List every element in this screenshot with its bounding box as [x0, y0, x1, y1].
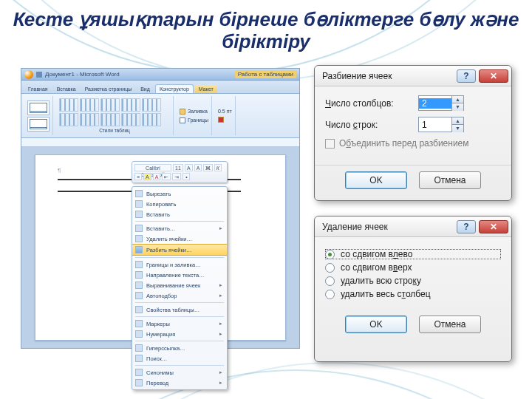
- autofit-icon: [135, 292, 143, 299]
- spin-down-icon[interactable]: ▼: [452, 125, 463, 132]
- radio-icon[interactable]: [325, 263, 335, 273]
- dialog-titlebar[interactable]: Удаление ячеек ? ✕: [315, 216, 511, 237]
- radio-delete-column[interactable]: удалить весь столбец: [325, 289, 501, 299]
- spin-up-icon[interactable]: ▲: [452, 96, 463, 103]
- close-button[interactable]: ✕: [479, 69, 508, 83]
- page[interactable]: ¶ Calibri (Основной) 11 A A Ж К ≡ A A ⇤ …: [35, 154, 286, 341]
- word-window: Документ1 - Microsoft Word Работа с табл…: [21, 68, 300, 349]
- pen-width[interactable]: 0.5 пт: [218, 108, 232, 115]
- mini-fontcolor-icon[interactable]: A: [153, 173, 161, 180]
- mini-align-icon[interactable]: ≡: [134, 173, 142, 180]
- cancel-button[interactable]: Отмена: [419, 171, 481, 189]
- ribbon-group-shading-borders: Заливка Границы: [177, 96, 212, 135]
- office-orb-icon[interactable]: [24, 70, 33, 79]
- menu-copy[interactable]: Копировать: [132, 199, 227, 209]
- tab-layout[interactable]: Макет: [195, 85, 217, 93]
- field-num-rows: Число строк: 1 ▲▼: [325, 117, 501, 132]
- mini-shrink-icon[interactable]: A: [194, 164, 202, 171]
- menu-borders-shading[interactable]: Границы и заливка…: [132, 259, 227, 270]
- radio-shift-up[interactable]: со сдвигом вверх: [325, 262, 501, 273]
- menu-synonyms[interactable]: Синонимы▸: [132, 367, 227, 378]
- scissors-icon: [135, 190, 143, 197]
- menu-text-direction[interactable]: Направление текста…: [132, 270, 227, 280]
- properties-icon: [135, 306, 143, 313]
- borders-icon: [135, 261, 143, 268]
- mini-font-size[interactable]: 11: [173, 164, 183, 171]
- spin-up-icon[interactable]: ▲: [452, 117, 463, 125]
- ok-button[interactable]: OK: [345, 171, 407, 189]
- menu-hyperlink[interactable]: Гиперссылка…: [132, 343, 227, 353]
- menu-autofit[interactable]: Автоподбор▸: [132, 290, 227, 301]
- search-icon: [135, 355, 143, 362]
- radio-label: удалить весь столбец: [341, 289, 431, 299]
- tab-home[interactable]: Главная: [24, 85, 52, 93]
- menu-bullets[interactable]: Маркеры▸: [132, 318, 227, 329]
- dialog-titlebar[interactable]: Разбиение ячеек ? ✕: [315, 66, 511, 86]
- radio-delete-row[interactable]: удалить всю строку: [325, 276, 501, 286]
- quick-access-toolbar[interactable]: [36, 72, 42, 78]
- tab-insert[interactable]: Вставка: [53, 85, 80, 93]
- delete-cells-icon: [135, 235, 143, 242]
- close-button[interactable]: ✕: [479, 220, 508, 233]
- num-rows-value[interactable]: 1: [419, 120, 451, 130]
- ribbon-group-table-styles: Стили таблиц: [56, 96, 174, 135]
- split-cells-icon: [135, 246, 143, 253]
- mini-bullets-icon[interactable]: •: [183, 173, 190, 180]
- radio-icon[interactable]: [325, 276, 335, 286]
- help-button[interactable]: ?: [457, 69, 476, 83]
- mini-bold-icon[interactable]: Ж: [203, 164, 212, 171]
- dialog-title: Разбиение ячеек: [322, 71, 454, 81]
- radio-icon[interactable]: [325, 290, 335, 299]
- align-icon: [135, 282, 143, 289]
- menu-lookup[interactable]: Поиск…: [132, 353, 227, 364]
- horizontal-ruler[interactable]: [21, 138, 299, 147]
- mini-italic-icon[interactable]: К: [214, 164, 222, 171]
- context-menu: Вырезать Копировать Вставить Вставить…▸ …: [132, 186, 228, 390]
- tab-page-layout[interactable]: Разметка страницы: [81, 85, 136, 93]
- num-columns-spinner[interactable]: 2 ▲▼: [418, 95, 464, 111]
- menu-cut[interactable]: Вырезать: [132, 188, 227, 199]
- mini-toolbar: Calibri (Основной) 11 A A Ж К ≡ A A ⇤ ⇥ …: [132, 161, 228, 183]
- ribbon: Стили таблиц Заливка Границы 0.5 пт: [21, 94, 299, 138]
- merge-before-split[interactable]: Объединить перед разбиением: [325, 138, 501, 149]
- translate-icon: [135, 379, 143, 386]
- radio-label: удалить всю строку: [341, 276, 421, 286]
- menu-delete-cells[interactable]: Удалить ячейки…: [132, 233, 227, 244]
- hyperlink-icon: [135, 344, 143, 352]
- num-rows-spinner[interactable]: 1 ▲▼: [418, 117, 464, 132]
- spin-down-icon[interactable]: ▼: [452, 103, 463, 111]
- menu-translate[interactable]: Перевод▸: [132, 378, 227, 388]
- ok-button[interactable]: OK: [345, 316, 407, 333]
- ribbon-group-table-style-options: [24, 96, 53, 135]
- table-style-option[interactable]: [27, 100, 50, 115]
- mini-indent-inc-icon[interactable]: ⇥: [172, 173, 181, 180]
- mini-grow-icon[interactable]: A: [185, 164, 193, 171]
- mini-indent-dec-icon[interactable]: ⇤: [162, 173, 171, 180]
- borders-button[interactable]: Границы: [180, 117, 208, 124]
- radio-icon[interactable]: [325, 250, 335, 259]
- table-styles-gallery[interactable]: [59, 98, 170, 126]
- menu-paste[interactable]: Вставить: [132, 209, 227, 219]
- synonyms-icon: [135, 369, 143, 376]
- num-columns-label: Число столбцов:: [325, 98, 412, 109]
- mini-font-name[interactable]: Calibri (Основной): [134, 164, 171, 171]
- table-style-option[interactable]: [27, 117, 50, 132]
- slide-title: Кесте ұяшықтарын бірнеше бөліктерге бөлу…: [0, 9, 532, 53]
- numbering-icon: [135, 330, 143, 338]
- radio-shift-left[interactable]: со сдвигом влево: [325, 249, 501, 259]
- help-button[interactable]: ?: [457, 220, 476, 233]
- tab-view[interactable]: Вид: [137, 85, 154, 93]
- pen-color[interactable]: [218, 116, 232, 123]
- checkbox-icon[interactable]: [325, 139, 335, 149]
- tab-design[interactable]: Конструктор: [155, 84, 194, 93]
- menu-cell-alignment[interactable]: Выравнивание ячеек▸: [132, 280, 227, 290]
- menu-insert[interactable]: Вставить…▸: [132, 223, 227, 233]
- menu-numbering[interactable]: Нумерация▸: [132, 329, 227, 339]
- num-columns-value[interactable]: 2: [419, 98, 451, 109]
- shading-button[interactable]: Заливка: [180, 108, 208, 115]
- menu-split-cells[interactable]: Разбить ячейки…: [132, 244, 227, 256]
- cancel-button[interactable]: Отмена: [419, 316, 481, 333]
- menu-table-properties[interactable]: Свойства таблицы…: [132, 304, 227, 315]
- mini-highlight-icon[interactable]: A: [143, 173, 151, 180]
- contextual-tab-group-label: Работа с таблицами: [235, 70, 296, 78]
